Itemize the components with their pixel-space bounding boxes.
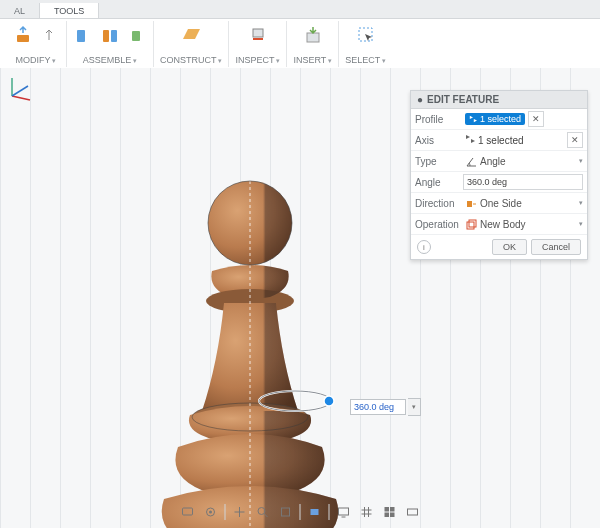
label-type: Type bbox=[415, 156, 465, 167]
toolbar-label-select: SELECT bbox=[345, 55, 386, 67]
svg-rect-38 bbox=[467, 222, 474, 229]
svg-rect-36 bbox=[408, 509, 418, 515]
row-profile: Profile 1 selected ✕ bbox=[411, 109, 587, 130]
pan-icon[interactable] bbox=[230, 502, 250, 522]
svg-rect-28 bbox=[282, 508, 290, 516]
new-body-icon bbox=[465, 218, 477, 230]
profile-clear-button[interactable]: ✕ bbox=[528, 111, 544, 127]
viewports-icon[interactable] bbox=[380, 502, 400, 522]
panel-header[interactable]: ● EDIT FEATURE bbox=[411, 91, 587, 109]
assemble-icon-3[interactable] bbox=[125, 24, 147, 46]
row-type[interactable]: Type Angle ▾ bbox=[411, 151, 587, 172]
select-icon[interactable] bbox=[355, 24, 377, 46]
angle-dropdown-arrow[interactable]: ▾ bbox=[408, 398, 421, 416]
svg-point-25 bbox=[209, 511, 212, 514]
svg-line-10 bbox=[12, 86, 28, 96]
row-angle: Angle bbox=[411, 172, 587, 193]
angle-input-floating[interactable]: ▾ bbox=[350, 398, 421, 416]
row-direction[interactable]: Direction One Side ▾ bbox=[411, 193, 587, 214]
angle-icon bbox=[465, 155, 477, 167]
svg-rect-35 bbox=[390, 513, 395, 518]
svg-line-9 bbox=[12, 96, 30, 100]
press-pull-icon[interactable] bbox=[12, 24, 34, 46]
svg-rect-30 bbox=[339, 508, 349, 515]
label-axis: Axis bbox=[415, 135, 465, 146]
label-operation: Operation bbox=[415, 219, 465, 230]
toolbar: MODIFY ASSEMBLE CONSTRUCT INSPECT INSERT… bbox=[0, 19, 600, 70]
info-icon[interactable]: i bbox=[417, 240, 431, 254]
operation-dropdown-arrow[interactable]: ▾ bbox=[579, 220, 583, 228]
label-direction: Direction bbox=[415, 198, 465, 209]
toolbar-group-select[interactable]: SELECT bbox=[339, 21, 392, 67]
angle-field-floating[interactable] bbox=[350, 399, 406, 415]
toolbar-group-assemble[interactable]: ASSEMBLE bbox=[67, 21, 154, 67]
toolbar-group-construct[interactable]: CONSTRUCT bbox=[154, 21, 229, 67]
svg-rect-33 bbox=[390, 507, 395, 512]
toolbar-label-modify: MODIFY bbox=[16, 55, 57, 67]
construct-plane-icon[interactable] bbox=[180, 24, 202, 46]
assemble-icon-2[interactable] bbox=[99, 24, 121, 46]
svg-rect-0 bbox=[17, 35, 29, 42]
svg-rect-5 bbox=[253, 29, 263, 37]
svg-rect-6 bbox=[307, 33, 319, 42]
svg-rect-34 bbox=[385, 513, 390, 518]
svg-rect-39 bbox=[469, 220, 476, 227]
display-settings-icon[interactable] bbox=[334, 502, 354, 522]
direction-dropdown-arrow[interactable]: ▾ bbox=[579, 199, 583, 207]
axis-clear-button[interactable]: ✕ bbox=[567, 132, 583, 148]
row-axis: Axis 1 selected ✕ bbox=[411, 130, 587, 151]
type-dropdown-arrow[interactable]: ▾ bbox=[579, 157, 583, 165]
profile-selection-chip[interactable]: 1 selected bbox=[465, 113, 525, 125]
axis-value[interactable]: 1 selected bbox=[478, 135, 524, 146]
svg-rect-1 bbox=[77, 30, 85, 42]
workspace-tabs: AL TOOLS bbox=[0, 0, 600, 19]
svg-line-27 bbox=[265, 514, 268, 517]
insert-icon[interactable] bbox=[302, 24, 324, 46]
model-chess-pawn[interactable] bbox=[120, 163, 380, 528]
extend-icon[interactable] bbox=[403, 502, 423, 522]
messages-icon[interactable] bbox=[178, 502, 198, 522]
toolbar-label-construct: CONSTRUCT bbox=[160, 55, 222, 67]
cancel-button[interactable]: Cancel bbox=[531, 239, 581, 255]
viewport-toolbar bbox=[174, 500, 427, 524]
bullet-icon: ● bbox=[417, 94, 423, 105]
toolbar-label-insert: INSERT bbox=[293, 55, 332, 67]
one-side-icon bbox=[465, 197, 477, 209]
tab-al[interactable]: AL bbox=[0, 3, 40, 18]
svg-rect-23 bbox=[183, 508, 193, 515]
toolbar-group-insert[interactable]: INSERT bbox=[287, 21, 339, 67]
svg-point-26 bbox=[258, 508, 265, 515]
zoom-icon[interactable] bbox=[253, 502, 273, 522]
svg-rect-32 bbox=[385, 507, 390, 512]
svg-rect-4 bbox=[132, 31, 140, 41]
label-angle: Angle bbox=[415, 177, 463, 188]
tab-tools[interactable]: TOOLS bbox=[40, 3, 99, 18]
edit-feature-panel: ● EDIT FEATURE Profile 1 selected ✕ Axis… bbox=[410, 90, 588, 260]
toolbar-group-inspect[interactable]: INSPECT bbox=[229, 21, 287, 67]
axis-cursor-icon bbox=[465, 134, 475, 146]
axis-triad-icon bbox=[6, 74, 34, 102]
fit-icon[interactable] bbox=[276, 502, 296, 522]
orbit-icon[interactable] bbox=[201, 502, 221, 522]
grid-settings-icon[interactable] bbox=[357, 502, 377, 522]
toolbar-label-inspect: INSPECT bbox=[235, 55, 280, 67]
svg-rect-29 bbox=[311, 509, 319, 515]
toolbar-label-assemble: ASSEMBLE bbox=[83, 55, 137, 67]
ok-button[interactable]: OK bbox=[492, 239, 527, 255]
modify-arrow-icon[interactable] bbox=[38, 24, 60, 46]
inspect-icon[interactable] bbox=[247, 24, 269, 46]
svg-rect-2 bbox=[103, 30, 109, 42]
panel-title: EDIT FEATURE bbox=[427, 94, 499, 105]
svg-rect-3 bbox=[111, 30, 117, 42]
label-profile: Profile bbox=[415, 114, 465, 125]
angle-input[interactable] bbox=[463, 174, 583, 190]
look-at-icon[interactable] bbox=[305, 502, 325, 522]
row-operation[interactable]: Operation New Body ▾ bbox=[411, 214, 587, 235]
operation-value: New Body bbox=[480, 219, 526, 230]
assemble-icon-1[interactable] bbox=[73, 24, 95, 46]
svg-rect-37 bbox=[467, 201, 472, 207]
toolbar-group-modify[interactable]: MODIFY bbox=[6, 21, 67, 67]
type-value: Angle bbox=[480, 156, 506, 167]
direction-value: One Side bbox=[480, 198, 522, 209]
